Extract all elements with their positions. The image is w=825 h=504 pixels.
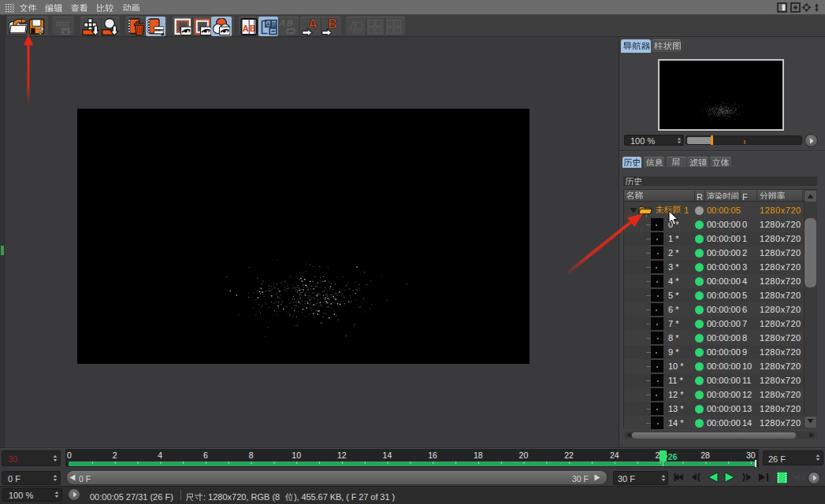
svg-text:A: A — [308, 17, 318, 31]
svg-text:B: B — [272, 20, 277, 28]
svg-text:A: A — [266, 20, 270, 28]
svg-text:B: B — [328, 17, 337, 31]
svg-text:B: B — [285, 19, 294, 28]
svg-text:A: A — [243, 24, 249, 33]
